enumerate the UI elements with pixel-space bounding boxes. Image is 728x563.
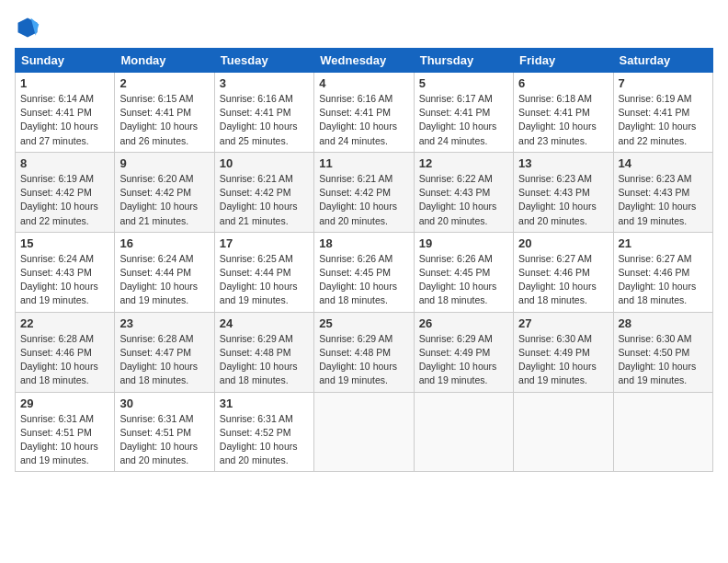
calendar-day-cell: 31 Sunrise: 6:31 AM Sunset: 4:52 PM Dayl…: [214, 392, 313, 472]
day-info: Sunrise: 6:28 AM Sunset: 4:47 PM Dayligh…: [119, 332, 209, 388]
day-info: Sunrise: 6:31 AM Sunset: 4:51 PM Dayligh…: [119, 412, 209, 468]
weekday-header: Wednesday: [314, 49, 414, 73]
day-info: Sunrise: 6:27 AM Sunset: 4:46 PM Dayligh…: [518, 252, 608, 308]
day-info: Sunrise: 6:21 AM Sunset: 4:42 PM Dayligh…: [319, 172, 408, 228]
day-number: 16: [119, 236, 209, 250]
calendar-day-cell: 3 Sunrise: 6:16 AM Sunset: 4:41 PM Dayli…: [214, 73, 313, 153]
day-info: Sunrise: 6:16 AM Sunset: 4:41 PM Dayligh…: [220, 92, 309, 148]
day-number: 15: [20, 236, 109, 250]
calendar-day-cell: 13 Sunrise: 6:23 AM Sunset: 4:43 PM Dayl…: [514, 152, 613, 232]
day-number: 1: [20, 76, 109, 90]
day-info: Sunrise: 6:23 AM Sunset: 4:43 PM Dayligh…: [518, 172, 608, 228]
weekday-header: Monday: [115, 49, 214, 73]
day-number: 21: [619, 236, 708, 250]
day-number: 10: [220, 156, 309, 170]
calendar-day-cell: 7 Sunrise: 6:19 AM Sunset: 4:41 PM Dayli…: [613, 73, 712, 153]
calendar-day-cell: 26 Sunrise: 6:29 AM Sunset: 4:49 PM Dayl…: [414, 312, 513, 392]
calendar-table: SundayMondayTuesdayWednesdayThursdayFrid…: [15, 48, 713, 472]
day-info: Sunrise: 6:31 AM Sunset: 4:52 PM Dayligh…: [220, 412, 309, 468]
weekday-header: Tuesday: [214, 49, 313, 73]
calendar-week-row: 8 Sunrise: 6:19 AM Sunset: 4:42 PM Dayli…: [16, 152, 713, 232]
day-number: 18: [319, 236, 408, 250]
day-number: 23: [119, 316, 209, 330]
calendar-day-cell: 24 Sunrise: 6:29 AM Sunset: 4:48 PM Dayl…: [214, 312, 313, 392]
day-info: Sunrise: 6:16 AM Sunset: 4:41 PM Dayligh…: [319, 92, 408, 148]
calendar-day-cell: 16 Sunrise: 6:24 AM Sunset: 4:44 PM Dayl…: [115, 232, 214, 312]
day-info: Sunrise: 6:27 AM Sunset: 4:46 PM Dayligh…: [619, 252, 708, 308]
logo-icon: [15, 15, 40, 40]
day-number: 11: [319, 156, 408, 170]
weekday-header-row: SundayMondayTuesdayWednesdayThursdayFrid…: [16, 49, 713, 73]
day-info: Sunrise: 6:15 AM Sunset: 4:41 PM Dayligh…: [119, 92, 209, 148]
day-number: 14: [619, 156, 708, 170]
day-number: 22: [20, 316, 109, 330]
day-number: 6: [518, 76, 608, 90]
day-info: Sunrise: 6:20 AM Sunset: 4:42 PM Dayligh…: [119, 172, 209, 228]
calendar-week-row: 1 Sunrise: 6:14 AM Sunset: 4:41 PM Dayli…: [16, 73, 713, 153]
day-info: Sunrise: 6:30 AM Sunset: 4:49 PM Dayligh…: [518, 332, 608, 388]
day-number: 5: [419, 76, 508, 90]
day-number: 8: [20, 156, 109, 170]
calendar-day-cell: 20 Sunrise: 6:27 AM Sunset: 4:46 PM Dayl…: [514, 232, 613, 312]
calendar-day-cell: 2 Sunrise: 6:15 AM Sunset: 4:41 PM Dayli…: [115, 73, 214, 153]
day-info: Sunrise: 6:24 AM Sunset: 4:43 PM Dayligh…: [20, 252, 109, 308]
day-number: 30: [119, 396, 209, 410]
calendar-week-row: 29 Sunrise: 6:31 AM Sunset: 4:51 PM Dayl…: [16, 392, 713, 472]
weekday-header: Sunday: [16, 49, 115, 73]
day-info: Sunrise: 6:29 AM Sunset: 4:49 PM Dayligh…: [419, 332, 508, 388]
day-info: Sunrise: 6:19 AM Sunset: 4:42 PM Dayligh…: [20, 172, 109, 228]
calendar-day-cell: [414, 392, 513, 472]
day-number: 31: [220, 396, 309, 410]
day-info: Sunrise: 6:25 AM Sunset: 4:44 PM Dayligh…: [220, 252, 309, 308]
calendar-day-cell: 19 Sunrise: 6:26 AM Sunset: 4:45 PM Dayl…: [414, 232, 513, 312]
calendar-day-cell: 22 Sunrise: 6:28 AM Sunset: 4:46 PM Dayl…: [16, 312, 115, 392]
day-info: Sunrise: 6:21 AM Sunset: 4:42 PM Dayligh…: [220, 172, 309, 228]
day-info: Sunrise: 6:23 AM Sunset: 4:43 PM Dayligh…: [619, 172, 708, 228]
logo: [15, 15, 44, 40]
calendar-day-cell: 17 Sunrise: 6:25 AM Sunset: 4:44 PM Dayl…: [214, 232, 313, 312]
day-info: Sunrise: 6:29 AM Sunset: 4:48 PM Dayligh…: [220, 332, 309, 388]
day-number: 3: [220, 76, 309, 90]
calendar-day-cell: 4 Sunrise: 6:16 AM Sunset: 4:41 PM Dayli…: [314, 73, 414, 153]
calendar-day-cell: 30 Sunrise: 6:31 AM Sunset: 4:51 PM Dayl…: [115, 392, 214, 472]
day-info: Sunrise: 6:18 AM Sunset: 4:41 PM Dayligh…: [518, 92, 608, 148]
day-info: Sunrise: 6:31 AM Sunset: 4:51 PM Dayligh…: [20, 412, 109, 468]
page-header: [15, 15, 713, 40]
day-number: 20: [518, 236, 608, 250]
day-number: 27: [518, 316, 608, 330]
calendar-day-cell: [514, 392, 613, 472]
weekday-header: Thursday: [414, 49, 513, 73]
day-info: Sunrise: 6:14 AM Sunset: 4:41 PM Dayligh…: [20, 92, 109, 148]
calendar-day-cell: [314, 392, 414, 472]
calendar-day-cell: 12 Sunrise: 6:22 AM Sunset: 4:43 PM Dayl…: [414, 152, 513, 232]
calendar-day-cell: 27 Sunrise: 6:30 AM Sunset: 4:49 PM Dayl…: [514, 312, 613, 392]
day-number: 29: [20, 396, 109, 410]
day-number: 19: [419, 236, 508, 250]
day-info: Sunrise: 6:24 AM Sunset: 4:44 PM Dayligh…: [119, 252, 209, 308]
day-info: Sunrise: 6:30 AM Sunset: 4:50 PM Dayligh…: [619, 332, 708, 388]
day-number: 2: [119, 76, 209, 90]
calendar-day-cell: [613, 392, 712, 472]
day-info: Sunrise: 6:19 AM Sunset: 4:41 PM Dayligh…: [619, 92, 708, 148]
calendar-day-cell: 15 Sunrise: 6:24 AM Sunset: 4:43 PM Dayl…: [16, 232, 115, 312]
calendar-day-cell: 10 Sunrise: 6:21 AM Sunset: 4:42 PM Dayl…: [214, 152, 313, 232]
day-number: 17: [220, 236, 309, 250]
weekday-header: Friday: [514, 49, 613, 73]
day-number: 9: [119, 156, 209, 170]
day-info: Sunrise: 6:29 AM Sunset: 4:48 PM Dayligh…: [319, 332, 408, 388]
day-number: 12: [419, 156, 508, 170]
calendar-day-cell: 8 Sunrise: 6:19 AM Sunset: 4:42 PM Dayli…: [16, 152, 115, 232]
calendar-day-cell: 25 Sunrise: 6:29 AM Sunset: 4:48 PM Dayl…: [314, 312, 414, 392]
calendar-day-cell: 18 Sunrise: 6:26 AM Sunset: 4:45 PM Dayl…: [314, 232, 414, 312]
calendar-week-row: 22 Sunrise: 6:28 AM Sunset: 4:46 PM Dayl…: [16, 312, 713, 392]
day-number: 7: [619, 76, 708, 90]
calendar-day-cell: 1 Sunrise: 6:14 AM Sunset: 4:41 PM Dayli…: [16, 73, 115, 153]
calendar-day-cell: 11 Sunrise: 6:21 AM Sunset: 4:42 PM Dayl…: [314, 152, 414, 232]
calendar-day-cell: 6 Sunrise: 6:18 AM Sunset: 4:41 PM Dayli…: [514, 73, 613, 153]
day-info: Sunrise: 6:26 AM Sunset: 4:45 PM Dayligh…: [419, 252, 508, 308]
calendar-day-cell: 5 Sunrise: 6:17 AM Sunset: 4:41 PM Dayli…: [414, 73, 513, 153]
day-info: Sunrise: 6:26 AM Sunset: 4:45 PM Dayligh…: [319, 252, 408, 308]
day-info: Sunrise: 6:17 AM Sunset: 4:41 PM Dayligh…: [419, 92, 508, 148]
day-number: 24: [220, 316, 309, 330]
calendar-day-cell: 29 Sunrise: 6:31 AM Sunset: 4:51 PM Dayl…: [16, 392, 115, 472]
